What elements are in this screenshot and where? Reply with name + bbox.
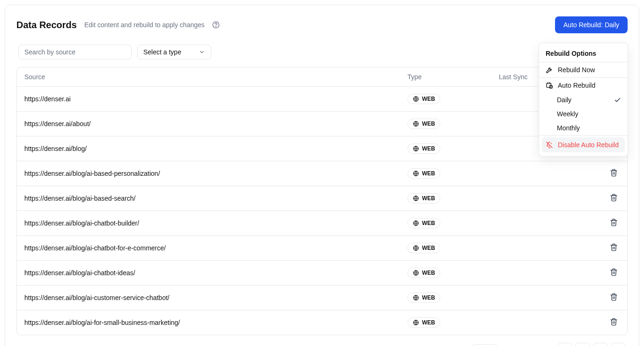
type-pill: WEB [407, 268, 440, 278]
cell-source: https://denser.ai/blog/ai-for-small-busi… [17, 310, 400, 335]
rows-per-page-select[interactable]: 10 [472, 344, 498, 346]
auto-rebuild-button[interactable]: Auto Rebuild: Daily [555, 16, 628, 33]
type-select-label: Select a type [143, 48, 181, 56]
type-label: WEB [422, 195, 435, 202]
cell-source: https://denser.ai/blog/ai-chatbot-ideas/ [17, 261, 400, 286]
cell-type: WEB [400, 136, 491, 161]
globe-icon [413, 195, 419, 202]
rebuild-now-label: Rebuild Now [558, 66, 595, 74]
help-circle-icon[interactable] [212, 21, 220, 29]
svg-point-1 [215, 26, 216, 27]
type-pill: WEB [407, 293, 440, 303]
trash-icon [610, 169, 618, 177]
cell-lastsync [491, 310, 580, 335]
cell-actions [580, 261, 627, 286]
prev-page-button[interactable] [575, 343, 590, 346]
cell-source: https://denser.ai/blog/ai-customer-servi… [17, 286, 400, 310]
delete-button[interactable] [608, 316, 620, 329]
rows-per-page-group: Rows per page 10 [424, 344, 498, 346]
cell-source: https://denser.ai/blog/ai-chatbot-builde… [17, 211, 400, 236]
pagination: Rows per page 10 Page 1 of 11 [16, 343, 628, 346]
type-pill: WEB [407, 243, 440, 253]
pager-buttons [557, 343, 626, 346]
auto-rebuild-weekly[interactable]: Weekly [539, 107, 628, 121]
disable-label: Disable Auto Rebuild [558, 141, 619, 149]
trash-icon [610, 268, 618, 276]
delete-button[interactable] [608, 192, 620, 205]
type-label: WEB [422, 145, 435, 152]
cell-source: https://denser.ai/about/ [17, 112, 400, 136]
chevron-down-icon [199, 49, 205, 55]
type-label: WEB [422, 319, 435, 326]
disable-auto-rebuild-item[interactable]: Disable Auto Rebuild [542, 137, 625, 152]
cell-type: WEB [400, 112, 491, 136]
globe-icon [413, 96, 419, 102]
auto-rebuild-daily[interactable]: Daily [539, 93, 628, 107]
type-label: WEB [422, 170, 435, 177]
cell-type: WEB [400, 186, 491, 211]
delete-button[interactable] [608, 241, 620, 255]
table-row[interactable]: https://denser.ai/blog/ai-chatbot-ideas/… [17, 261, 627, 286]
table-row[interactable]: https://denser.ai/blog/ai-based-search/W… [17, 186, 627, 211]
cell-type: WEB [400, 261, 491, 286]
trash-icon [610, 218, 618, 226]
delete-button[interactable] [608, 291, 620, 304]
type-pill: WEB [407, 317, 440, 328]
weekly-label: Weekly [557, 110, 578, 118]
table-row[interactable]: https://denser.ai/blog/WEB [17, 136, 627, 161]
type-pill: WEB [407, 119, 440, 129]
table-row[interactable]: https://denser.ai/blog/ai-chatbot-builde… [17, 211, 627, 236]
cell-lastsync [491, 286, 580, 310]
cell-source: https://denser.ai [17, 87, 400, 112]
table-row[interactable]: https://denser.ai/blog/ai-chatbot-for-e-… [17, 236, 627, 261]
type-label: WEB [422, 270, 435, 276]
rebuild-now-item[interactable]: Rebuild Now [539, 62, 628, 77]
cell-actions [580, 236, 627, 261]
type-label: WEB [422, 120, 435, 127]
type-label: WEB [422, 96, 435, 102]
cell-lastsync [491, 261, 580, 286]
page-subtitle: Edit content and rebuild to apply change… [84, 21, 205, 29]
table-row[interactable]: https://denser.ai/about/WEB [17, 112, 627, 136]
cell-actions [580, 310, 627, 335]
cell-actions [580, 161, 627, 186]
page-title: Data Records [16, 20, 77, 30]
type-pill: WEB [407, 218, 440, 228]
table-row[interactable]: https://denser.aiWEB [17, 87, 627, 112]
cell-type: WEB [400, 236, 491, 261]
cell-type: WEB [400, 286, 491, 310]
table-row[interactable]: https://denser.ai/blog/ai-for-small-busi… [17, 310, 627, 335]
globe-icon [413, 220, 419, 226]
next-page-button[interactable] [593, 343, 608, 346]
wrench-icon [546, 66, 553, 74]
delete-button[interactable] [608, 167, 620, 180]
delete-button[interactable] [608, 217, 620, 230]
cell-source: https://denser.ai/blog/ai-chatbot-for-e-… [17, 236, 400, 261]
type-select[interactable]: Select a type [137, 45, 211, 60]
last-page-button[interactable] [611, 343, 626, 346]
cell-actions [580, 286, 627, 310]
cell-type: WEB [400, 161, 491, 186]
cell-type: WEB [400, 211, 491, 236]
type-pill: WEB [407, 143, 440, 154]
search-input[interactable] [18, 45, 132, 60]
cell-actions [580, 186, 627, 211]
col-header-type[interactable]: Type [400, 68, 491, 87]
col-header-source[interactable]: Source [17, 68, 400, 87]
rebuild-options-popover: Rebuild Options Rebuild Now Auto Rebuild… [539, 43, 628, 157]
table-row[interactable]: https://denser.ai/blog/ai-based-personal… [17, 161, 627, 186]
first-page-button[interactable] [557, 343, 572, 346]
cell-lastsync [491, 161, 580, 186]
type-pill: WEB [407, 94, 440, 104]
globe-icon [413, 245, 419, 251]
globe-icon [413, 270, 419, 276]
table-row[interactable]: https://denser.ai/blog/ai-customer-servi… [17, 286, 627, 310]
check-icon [614, 97, 621, 104]
trash-icon [610, 243, 618, 251]
cell-actions [580, 211, 627, 236]
delete-button[interactable] [608, 266, 620, 279]
title-group: Data Records Edit content and rebuild to… [16, 20, 220, 30]
auto-rebuild-monthly[interactable]: Monthly [539, 121, 628, 135]
globe-icon [413, 294, 419, 301]
daily-label: Daily [557, 96, 571, 104]
